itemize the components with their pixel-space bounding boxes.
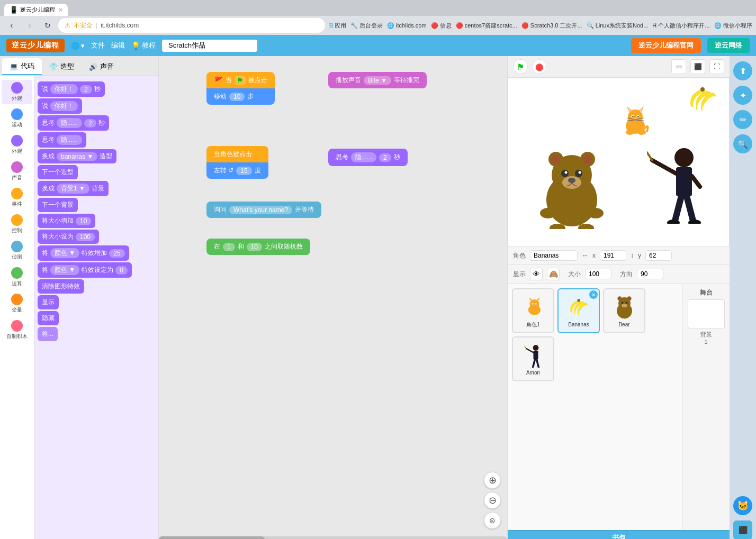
- svg-line-64: [525, 346, 526, 349]
- block-show[interactable]: 显示: [38, 295, 59, 309]
- sprite-name-input[interactable]: [530, 250, 578, 261]
- sprite-thumb-bear[interactable]: Bear: [603, 288, 645, 333]
- brush-button[interactable]: ✏: [733, 110, 752, 129]
- edit-menu[interactable]: 编辑: [111, 41, 125, 50]
- bookmark-centos[interactable]: 🔴 centos7搭建scratc...: [456, 22, 517, 30]
- play-sound-block[interactable]: 播放声音 Bite ▼ 等待播完: [328, 72, 427, 88]
- zoom-in-button[interactable]: ⊕: [484, 472, 501, 489]
- cat-variables[interactable]: 变量: [2, 291, 32, 316]
- svg-point-50: [536, 304, 537, 305]
- zoom-reset-button[interactable]: ⊜: [484, 512, 501, 529]
- cat-sensing[interactable]: 侦测: [2, 239, 32, 263]
- block-size-set[interactable]: 将大小设为 100: [38, 230, 99, 244]
- random-block[interactable]: 在 1 和 10 之间取随机数: [206, 239, 310, 255]
- code-scrollbar-h[interactable]: [159, 536, 507, 539]
- sprite-thumb-amon[interactable]: Amon: [512, 336, 554, 381]
- block-say[interactable]: 说 你好！: [38, 98, 82, 114]
- tab-costume[interactable]: 👕 造型: [42, 58, 82, 75]
- bookmark-admin[interactable]: 🔧 后台登录: [350, 22, 383, 30]
- show-toggle[interactable]: 👁: [530, 268, 543, 280]
- bookmark-wechat1[interactable]: H 个人微信小程序开...: [652, 22, 709, 30]
- browser-forward-button[interactable]: ›: [22, 18, 37, 33]
- block-hide[interactable]: 隐藏: [38, 311, 59, 325]
- sprite-label: 角色: [513, 251, 526, 260]
- browser-chrome: 📱 逆云少儿编程 × ‹ › ↻ ⚠ 不安全 | it.itchilds.com…: [0, 0, 756, 35]
- scratch-editor: 💻 代码 👕 造型 🔊 声音 外观: [0, 56, 756, 539]
- bookmark-wechat2[interactable]: 🌐 微信小程序左右滑...: [714, 22, 752, 30]
- block-think-secs[interactable]: 思考 隐...... 2 秒: [38, 115, 109, 131]
- block-next-backdrop[interactable]: 下一个背景: [38, 198, 78, 212]
- svg-line-38: [692, 176, 700, 187]
- block-effect-set[interactable]: 将 颜色 ▼ 特效设定为 0: [38, 262, 132, 278]
- zoom-out-button[interactable]: ⊖: [484, 492, 501, 509]
- block-switch-costume[interactable]: 换成 bananas ▼ 造型: [38, 149, 116, 163]
- rotate-left-block[interactable]: 左转 ↺ 15 度: [206, 162, 268, 179]
- browser-refresh-button[interactable]: ↻: [40, 18, 55, 33]
- block-switch-backdrop[interactable]: 换成 背景1 ▼ 背景: [38, 181, 109, 196]
- star-button[interactable]: ✦: [733, 86, 752, 105]
- block-clear-effects[interactable]: 清除图形特效: [38, 279, 84, 294]
- direction-input[interactable]: [637, 269, 663, 279]
- bookmark-apps[interactable]: ⊞ 应用: [328, 22, 346, 30]
- niyun-network-button[interactable]: 逆云网络: [707, 38, 750, 53]
- bananas-delete-button[interactable]: ✕: [589, 290, 598, 299]
- cat-sound[interactable]: 声音: [2, 159, 32, 184]
- cat-appearance[interactable]: 外观: [2, 80, 32, 104]
- cat-events[interactable]: 事件: [2, 186, 32, 210]
- bookmark-scratch[interactable]: 🔴 Scratch3.0 二次开...: [521, 22, 582, 30]
- tab-code[interactable]: 💻 代码: [2, 58, 42, 75]
- block-size-change[interactable]: 将大小增加 10: [38, 214, 95, 228]
- tab-close[interactable]: ×: [59, 6, 62, 14]
- cat-motion[interactable]: 运动: [2, 106, 32, 131]
- bookmark-site[interactable]: 🌐 itchilds.com: [387, 22, 427, 29]
- cat-operators[interactable]: 运算: [2, 265, 32, 289]
- language-btn[interactable]: 🌐 ▾: [71, 42, 85, 50]
- app-header: 逆云少儿编程 🌐 ▾ 文件 编辑 💡 教程 逆云少儿编程官网 逆云网络: [0, 35, 756, 56]
- svg-point-24: [561, 170, 569, 177]
- cat-control[interactable]: 控制: [2, 212, 32, 236]
- sensing-dot: [11, 241, 23, 252]
- cat-help-button[interactable]: 🐱: [733, 496, 752, 515]
- when-flag-block[interactable]: 🚩 当 ⚑ 被点击: [206, 72, 275, 88]
- upload-button[interactable]: ⬆: [733, 61, 752, 80]
- stage-layout-normal[interactable]: ▭: [671, 59, 686, 74]
- when-sprite-click-block[interactable]: 当角色被点击: [206, 146, 268, 162]
- stop-button[interactable]: ⬤: [532, 59, 547, 74]
- file-menu[interactable]: 文件: [91, 41, 105, 50]
- ask-block[interactable]: 询问 What's your name? 并等待: [206, 202, 321, 218]
- cat-myblocks[interactable]: 自制积木: [2, 318, 32, 342]
- sprite-x-input[interactable]: [600, 250, 626, 261]
- stage-fullscreen[interactable]: ⛶: [709, 59, 724, 74]
- backdrop-thumb[interactable]: [688, 299, 725, 328]
- cat-looks[interactable]: 外观: [2, 133, 32, 157]
- backpack-bar[interactable]: 书包: [508, 530, 730, 539]
- move-block[interactable]: 移动 10 步: [206, 88, 275, 105]
- stage-layout-wide[interactable]: ⬛: [690, 59, 705, 74]
- x-arrow-icon: ↔: [582, 252, 588, 259]
- block-think[interactable]: 思考 隐......: [38, 132, 86, 148]
- bookmark-info[interactable]: 🔴 信息: [431, 22, 452, 30]
- url-bar[interactable]: ⚠ 不安全 | it.itchilds.com: [58, 18, 325, 33]
- display-label: 显示: [513, 270, 526, 279]
- tab-sound[interactable]: 🔊 声音: [82, 58, 121, 75]
- sprite-thumb-cat[interactable]: 角色1: [512, 288, 554, 333]
- square-action-button[interactable]: ⬛: [733, 520, 752, 539]
- sprite-thumb-bananas[interactable]: ✕ Bananas: [557, 288, 600, 333]
- green-flag-button[interactable]: ⚑: [513, 59, 528, 74]
- sprite-y-input[interactable]: [645, 250, 672, 261]
- official-site-button[interactable]: 逆云少儿编程官网: [631, 38, 701, 53]
- browser-tab[interactable]: 📱 逆云少儿编程 ×: [4, 4, 68, 16]
- block-more-1[interactable]: 将...: [38, 327, 58, 341]
- browser-back-button[interactable]: ‹: [4, 18, 19, 33]
- block-next-costume[interactable]: 下一个造型: [38, 165, 78, 179]
- block-say-secs[interactable]: 说 你好！ 2 秒: [38, 81, 105, 97]
- search-button[interactable]: 🔍: [733, 134, 752, 153]
- hide-toggle[interactable]: 🙈: [547, 268, 560, 280]
- block-effect-change[interactable]: 将 颜色 ▼ 特效增加 25: [38, 245, 129, 261]
- sprite-display-bar: 显示 👁 🙈 大小 方向: [508, 264, 730, 284]
- size-input[interactable]: [585, 269, 611, 279]
- scratch-search-input[interactable]: [162, 40, 257, 52]
- tutorial-menu[interactable]: 💡 教程: [131, 41, 156, 50]
- bookmark-linux[interactable]: 🔍 Linux系统安装Nod...: [587, 22, 649, 30]
- think-code-block[interactable]: 思考 隐...... 2 秒: [328, 149, 408, 166]
